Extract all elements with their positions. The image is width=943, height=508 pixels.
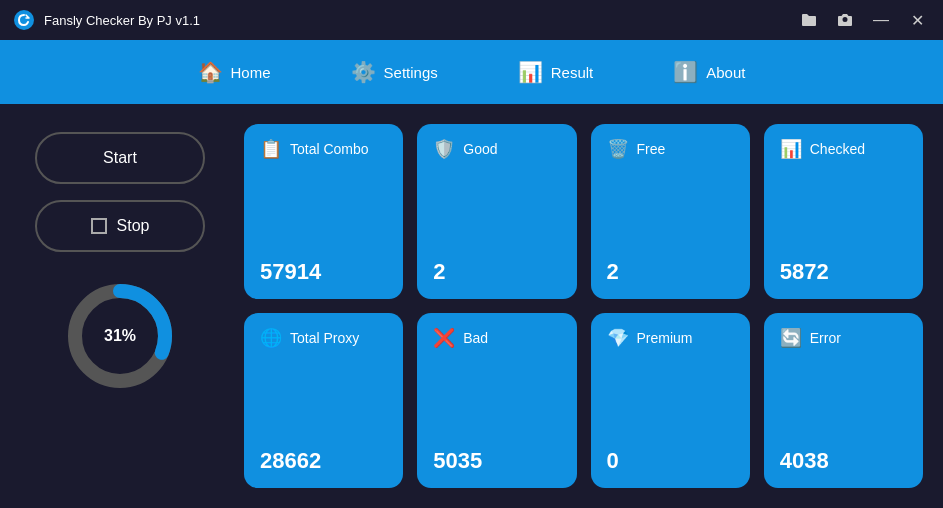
stat-value-error: 4038 — [780, 448, 907, 474]
camera-button[interactable] — [831, 6, 859, 34]
svg-point-0 — [14, 10, 34, 30]
nav-label-home: Home — [231, 64, 271, 81]
donut-percent-label: 31% — [104, 327, 136, 345]
folder-button[interactable] — [795, 6, 823, 34]
navbar: 🏠 Home ⚙️ Settings 📊 Result ℹ️ About — [0, 40, 943, 104]
stat-icon-total-combo: 📋 — [260, 138, 282, 160]
stat-value-bad: 5035 — [433, 448, 560, 474]
stat-header-checked: 📊 Checked — [780, 138, 907, 160]
stat-value-premium: 0 — [607, 448, 734, 474]
stat-label-premium: Premium — [637, 330, 693, 346]
nav-label-result: Result — [551, 64, 594, 81]
home-icon: 🏠 — [198, 60, 223, 84]
stat-header-bad: ❌ Bad — [433, 327, 560, 349]
stat-header-error: 🔄 Error — [780, 327, 907, 349]
stat-header-premium: 💎 Premium — [607, 327, 734, 349]
stat-value-checked: 5872 — [780, 259, 907, 285]
settings-icon: ⚙️ — [351, 60, 376, 84]
titlebar: Fansly Checker By PJ v1.1 — ✕ — [0, 0, 943, 40]
nav-label-settings: Settings — [384, 64, 438, 81]
stat-card-total-combo: 📋 Total Combo 57914 — [244, 124, 403, 299]
stop-label: Stop — [117, 217, 150, 235]
app-title: Fansly Checker By PJ v1.1 — [44, 13, 795, 28]
stop-button[interactable]: Stop — [35, 200, 205, 252]
stat-label-good: Good — [463, 141, 497, 157]
stat-icon-premium: 💎 — [607, 327, 629, 349]
nav-item-result[interactable]: 📊 Result — [502, 52, 610, 92]
start-button[interactable]: Start — [35, 132, 205, 184]
stat-label-total-proxy: Total Proxy — [290, 330, 359, 346]
app-logo — [12, 8, 36, 32]
stat-value-total-combo: 57914 — [260, 259, 387, 285]
nav-item-home[interactable]: 🏠 Home — [182, 52, 287, 92]
stat-header-total-combo: 📋 Total Combo — [260, 138, 387, 160]
stat-card-good: 🛡️ Good 2 — [417, 124, 576, 299]
stat-label-checked: Checked — [810, 141, 865, 157]
stat-card-premium: 💎 Premium 0 — [591, 313, 750, 488]
stat-header-good: 🛡️ Good — [433, 138, 560, 160]
start-label: Start — [103, 149, 137, 167]
stat-card-checked: 📊 Checked 5872 — [764, 124, 923, 299]
stat-icon-total-proxy: 🌐 — [260, 327, 282, 349]
stat-icon-bad: ❌ — [433, 327, 455, 349]
stat-label-free: Free — [637, 141, 666, 157]
stat-card-error: 🔄 Error 4038 — [764, 313, 923, 488]
stat-label-error: Error — [810, 330, 841, 346]
stat-card-free: 🗑️ Free 2 — [591, 124, 750, 299]
about-icon: ℹ️ — [673, 60, 698, 84]
stat-header-free: 🗑️ Free — [607, 138, 734, 160]
stat-card-bad: ❌ Bad 5035 — [417, 313, 576, 488]
stat-icon-checked: 📊 — [780, 138, 802, 160]
stat-icon-free: 🗑️ — [607, 138, 629, 160]
stat-icon-good: 🛡️ — [433, 138, 455, 160]
stop-icon — [91, 218, 107, 234]
nav-item-about[interactable]: ℹ️ About — [657, 52, 761, 92]
close-button[interactable]: ✕ — [903, 6, 931, 34]
stat-value-total-proxy: 28662 — [260, 448, 387, 474]
stat-icon-error: 🔄 — [780, 327, 802, 349]
stat-value-free: 2 — [607, 259, 734, 285]
result-icon: 📊 — [518, 60, 543, 84]
nav-label-about: About — [706, 64, 745, 81]
stat-value-good: 2 — [433, 259, 560, 285]
stat-label-bad: Bad — [463, 330, 488, 346]
stats-grid: 📋 Total Combo 57914 🛡️ Good 2 🗑️ Free 2 … — [244, 124, 923, 488]
progress-donut: 31% — [60, 276, 180, 396]
stat-label-total-combo: Total Combo — [290, 141, 369, 157]
left-panel: Start Stop 31% — [20, 124, 220, 488]
stat-card-total-proxy: 🌐 Total Proxy 28662 — [244, 313, 403, 488]
minimize-button[interactable]: — — [867, 6, 895, 34]
main-content: Start Stop 31% 📋 Total Combo 57914 🛡️ Go… — [0, 104, 943, 508]
stat-header-total-proxy: 🌐 Total Proxy — [260, 327, 387, 349]
window-controls: — ✕ — [795, 6, 931, 34]
nav-item-settings[interactable]: ⚙️ Settings — [335, 52, 454, 92]
